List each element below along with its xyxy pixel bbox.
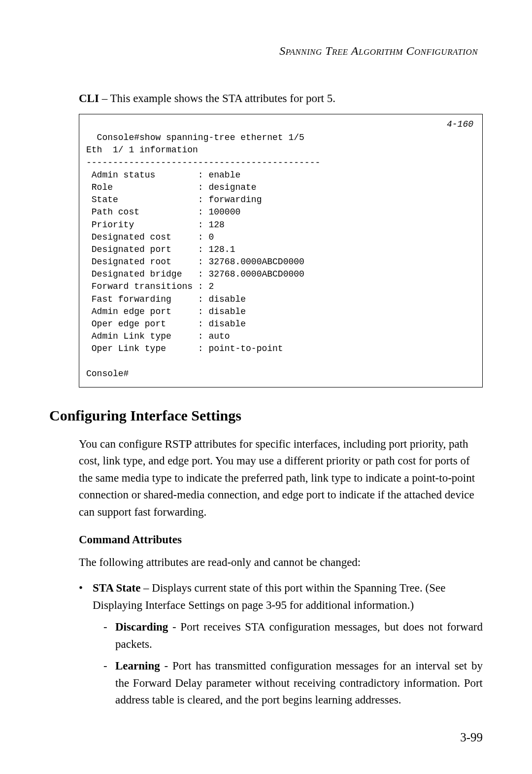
cli-label: CLI	[79, 92, 99, 105]
sub-bullet-content: Discarding - Port receives STA configura…	[115, 619, 483, 653]
bullet-content: STA State – Displays current state of th…	[93, 580, 483, 614]
subheading-command-attributes: Command Attributes	[79, 533, 483, 546]
sub-bullet-label: Learning	[115, 660, 160, 672]
cli-output-box: 4-160Console#show spanning-tree ethernet…	[79, 114, 483, 387]
page-header: Spanning Tree Algorithm Configuration	[49, 44, 483, 58]
section-heading: Configuring Interface Settings	[49, 407, 483, 424]
attributes-intro: The following attributes are read-only a…	[79, 556, 483, 569]
cli-intro: CLI – This example shows the STA attribu…	[79, 92, 483, 105]
cli-prompt: Console#	[86, 369, 129, 379]
bullet-text: – Displays current state of this port wi…	[93, 582, 445, 611]
list-item: -Learning - Port has transmitted configu…	[103, 658, 483, 709]
cli-eth-info: Eth 1/ 1 information	[86, 145, 198, 155]
dash-marker: -	[103, 619, 115, 653]
page-number: 3-99	[460, 731, 483, 744]
list-item: -Discarding - Port receives STA configur…	[103, 619, 483, 653]
cli-divider: ----------------------------------------…	[86, 158, 320, 168]
cli-intro-text: – This example shows the STA attributes …	[99, 92, 335, 105]
list-item: • STA State – Displays current state of …	[79, 580, 483, 614]
dash-marker: -	[103, 658, 115, 709]
sub-bullet-label: Discarding	[115, 621, 168, 633]
sub-bullet-content: Learning - Port has transmitted configur…	[115, 658, 483, 709]
sub-bullet-text: - Port has transmitted configuration mes…	[115, 660, 483, 706]
cli-command: Console#show spanning-tree ethernet 1/5	[97, 133, 304, 142]
bullet-list: • STA State – Displays current state of …	[79, 580, 483, 614]
section-paragraph: You can configure RSTP attributes for sp…	[79, 436, 483, 521]
sub-bullet-list: -Discarding - Port receives STA configur…	[103, 619, 483, 709]
bullet-marker: •	[79, 580, 93, 614]
sub-bullet-text: - Port receives STA configuration messag…	[115, 621, 483, 650]
cli-reference: 4-160	[447, 118, 473, 131]
bullet-label: STA State	[93, 582, 140, 594]
